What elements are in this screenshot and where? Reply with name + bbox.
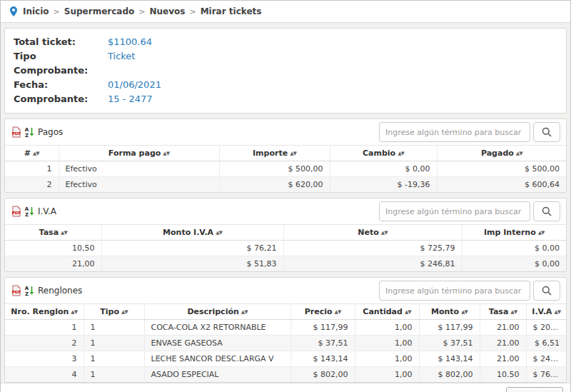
sort-arrows-icon[interactable]: ▲▼ xyxy=(461,309,468,315)
search-input[interactable] xyxy=(379,122,530,142)
svg-text:PDF: PDF xyxy=(12,131,21,136)
column-header[interactable]: Descripción▲▼ xyxy=(144,304,290,320)
table-cell: $ 6,51 xyxy=(526,336,566,351)
sort-arrows-icon[interactable]: ▲▼ xyxy=(510,309,517,315)
table-cell: $ 246,81 xyxy=(283,256,462,272)
summary-row: Fecha:01/06/2021 xyxy=(14,78,557,92)
header-row: #▲▼Forma pago▲▼Importe▲▼Cambio▲▼Pagado▲▼ xyxy=(5,146,566,161)
table-cell: $ 143,14 xyxy=(290,351,355,367)
column-header[interactable]: Pagado▲▼ xyxy=(437,146,566,161)
column-label: Importe xyxy=(253,149,288,158)
svg-text:A: A xyxy=(25,127,29,133)
summary-label: Fecha: xyxy=(14,78,108,92)
table-cell: 1 xyxy=(84,351,144,367)
table-cell: ASADO ESPECIAL xyxy=(144,367,290,383)
table-cell: Efectivo xyxy=(59,161,219,177)
column-header[interactable]: Neto▲▼ xyxy=(283,225,462,241)
pdf-export-icon[interactable]: PDF xyxy=(11,126,22,138)
column-header[interactable]: Precio▲▼ xyxy=(290,304,355,320)
sort-arrows-icon[interactable]: ▲▼ xyxy=(381,230,388,236)
table-cell: 1 xyxy=(5,320,84,336)
column-header[interactable]: #▲▼ xyxy=(5,146,59,161)
column-header[interactable]: Imp Interno▲▼ xyxy=(462,225,566,241)
sort-az-icon[interactable]: AZ xyxy=(24,206,35,217)
table-toolbar: PDF AZ Renglones xyxy=(5,278,566,303)
table-row: 21,00$ 51,83$ 246,81$ 0,00 xyxy=(5,256,566,272)
table-cell: $ -19,36 xyxy=(330,177,437,193)
search-button[interactable] xyxy=(533,122,560,142)
search-icon xyxy=(541,126,552,138)
breadcrumb-item[interactable]: Nuevos xyxy=(149,6,185,16)
table-cell: $ 76,21 xyxy=(526,367,566,383)
sort-arrows-icon[interactable]: ▲▼ xyxy=(516,151,522,156)
table-cell: 21,00 xyxy=(5,256,101,272)
column-label: Nro. Renglon xyxy=(11,307,69,316)
summary-panel: Total ticket:$1100.64Tipo Comprobante:Ti… xyxy=(4,28,567,114)
column-label: Cantidad xyxy=(363,307,403,316)
table-row: 21ENVASE GASEOSA$ 37,511,00$ 37,5121.00$… xyxy=(5,336,566,351)
sort-az-icon[interactable]: AZ xyxy=(24,126,35,138)
sort-arrows-icon[interactable]: ▲▼ xyxy=(405,309,411,315)
sort-arrows-icon[interactable]: ▲▼ xyxy=(290,151,296,156)
column-header[interactable]: Tasa▲▼ xyxy=(480,304,526,320)
page: Inicio>Supermercado>Nuevos>Mirar tickets… xyxy=(0,0,571,392)
column-header[interactable]: Tipo▲▼ xyxy=(84,304,144,320)
svg-text:A: A xyxy=(25,286,29,291)
header-row: Tasa▲▼Monto I.V.A▲▼Neto▲▼Imp Interno▲▼ xyxy=(5,225,566,241)
breadcrumb-item[interactable]: Supermercado xyxy=(64,6,134,16)
search-input[interactable] xyxy=(379,281,530,301)
svg-text:Z: Z xyxy=(25,133,29,138)
column-header[interactable]: Tasa▲▼ xyxy=(5,225,101,241)
sort-az-icon[interactable]: AZ xyxy=(24,285,35,296)
panel-title: Renglones xyxy=(38,286,82,296)
table-cell: $ 76,21 xyxy=(101,241,283,256)
search-button[interactable] xyxy=(533,201,560,221)
sort-arrows-icon[interactable]: ▲▼ xyxy=(538,230,545,236)
column-label: # xyxy=(24,149,31,158)
panel-title: Pagos xyxy=(38,127,63,137)
sort-arrows-icon[interactable]: ▲▼ xyxy=(163,151,169,156)
sort-arrows-icon[interactable]: ▲▼ xyxy=(33,151,39,156)
column-header[interactable]: Importe▲▼ xyxy=(219,146,330,161)
table-cell: $ 802,00 xyxy=(419,367,480,383)
column-header[interactable]: Monto I.V.A▲▼ xyxy=(101,225,283,241)
column-header[interactable]: Cambio▲▼ xyxy=(330,146,437,161)
table-cell: $ 24,84 xyxy=(526,351,566,367)
sort-arrows-icon[interactable]: ▲▼ xyxy=(71,309,77,315)
breadcrumb-item[interactable]: Mirar tickets xyxy=(201,6,262,16)
sort-arrows-icon[interactable]: ▲▼ xyxy=(554,309,560,315)
column-header[interactable]: Forma pago▲▼ xyxy=(59,146,219,161)
breadcrumb-separator: > xyxy=(189,7,196,16)
table-cell: ENVASE GASEOSA xyxy=(144,336,290,351)
pdf-export-icon[interactable]: PDF xyxy=(11,285,22,296)
table-cell: LECHE SANCOR DESC.LARGA V xyxy=(144,351,290,367)
sort-arrows-icon[interactable]: ▲▼ xyxy=(398,151,404,156)
search-input[interactable] xyxy=(379,201,530,221)
column-header[interactable]: Monto▲▼ xyxy=(419,304,480,320)
search-button[interactable] xyxy=(533,281,560,301)
sort-arrows-icon[interactable]: ▲▼ xyxy=(216,230,222,236)
sort-arrows-icon[interactable]: ▲▼ xyxy=(61,230,67,236)
volver-button[interactable]: Volver xyxy=(506,387,563,392)
breadcrumb-item[interactable]: Inicio xyxy=(23,6,49,16)
table-cell: 21.00 xyxy=(480,320,526,336)
table-cell: $ 802,00 xyxy=(290,367,355,383)
column-header[interactable]: Nro. Renglon▲▼ xyxy=(5,304,84,320)
pdf-export-icon[interactable]: PDF xyxy=(11,206,22,217)
sort-arrows-icon[interactable]: ▲▼ xyxy=(335,309,341,315)
table-cell: 2 xyxy=(5,177,59,193)
column-header[interactable]: I.V.A▲▼ xyxy=(526,304,566,320)
table-cell: 1 xyxy=(84,367,144,383)
svg-text:Z: Z xyxy=(25,291,29,296)
sort-arrows-icon[interactable]: ▲▼ xyxy=(121,309,128,315)
summary-row: Comprobante:15 - 2477 xyxy=(14,92,557,106)
column-header[interactable]: Cantidad▲▼ xyxy=(355,304,419,320)
data-table: Tasa▲▼Monto I.V.A▲▼Neto▲▼Imp Interno▲▼ 1… xyxy=(5,224,566,271)
table-cell: $ 37,51 xyxy=(419,336,480,351)
table-cell: $ 51,83 xyxy=(101,256,283,272)
summary-label: Tipo Comprobante: xyxy=(14,49,108,78)
tables-container: PDF AZ Pagos #▲▼Forma pago▲▼Importe▲▼Cam… xyxy=(1,114,570,383)
sort-arrows-icon[interactable]: ▲▼ xyxy=(241,309,248,315)
column-label: I.V.A xyxy=(532,307,552,316)
table-cell: $ 500,00 xyxy=(437,161,566,177)
